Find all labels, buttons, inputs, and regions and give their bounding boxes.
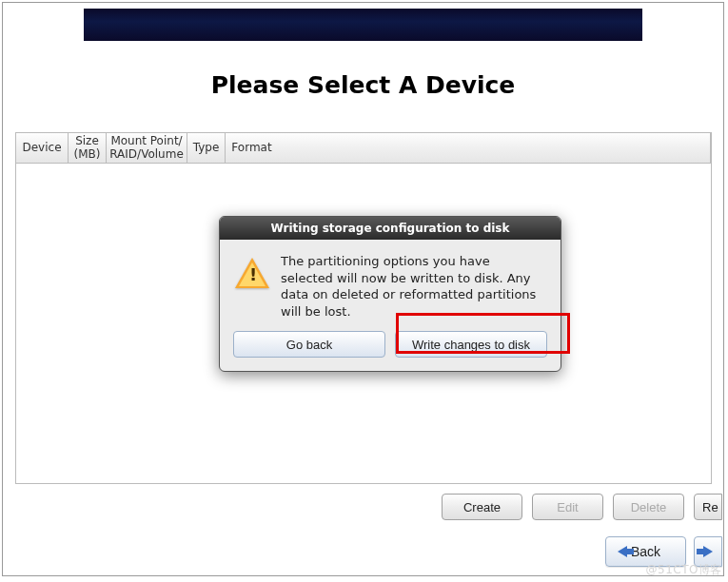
page-title: Please Select A Device <box>3 71 723 99</box>
col-size[interactable]: Size (MB) <box>69 133 107 163</box>
watermark: @51CTO博客 <box>646 562 722 578</box>
col-spacer <box>278 133 711 163</box>
installer-window: Please Select A Device Device Size (MB) … <box>2 2 724 576</box>
col-device[interactable]: Device <box>16 133 69 163</box>
wizard-nav-row: Back <box>3 536 722 567</box>
col-mount[interactable]: Mount Point/ RAID/Volume <box>107 133 187 163</box>
dialog-title: Writing storage configuration to disk <box>220 217 561 240</box>
go-back-button[interactable]: Go back <box>233 331 385 358</box>
edit-button[interactable]: Edit <box>532 494 603 520</box>
table-header-row: Device Size (MB) Mount Point/ RAID/Volum… <box>16 133 711 164</box>
col-type[interactable]: Type <box>187 133 226 163</box>
header-banner <box>84 9 642 41</box>
write-storage-dialog: Writing storage configuration to disk ! … <box>219 216 561 372</box>
dialog-body: ! The partitioning options you have sele… <box>220 240 561 329</box>
back-label: Back <box>631 544 660 559</box>
partition-action-row: Create Edit Delete Re <box>3 494 722 520</box>
warning-icon: ! <box>235 257 269 291</box>
reset-button[interactable]: Re <box>694 494 722 520</box>
dialog-button-row: Go back Write changes to disk <box>220 329 561 371</box>
write-changes-button[interactable]: Write changes to disk <box>395 331 547 358</box>
arrow-left-icon <box>618 546 627 557</box>
col-format[interactable]: Format <box>226 133 278 163</box>
create-button[interactable]: Create <box>442 494 522 520</box>
arrow-right-icon <box>703 546 713 557</box>
delete-button[interactable]: Delete <box>613 494 684 520</box>
dialog-message: The partitioning options you have select… <box>281 253 545 320</box>
